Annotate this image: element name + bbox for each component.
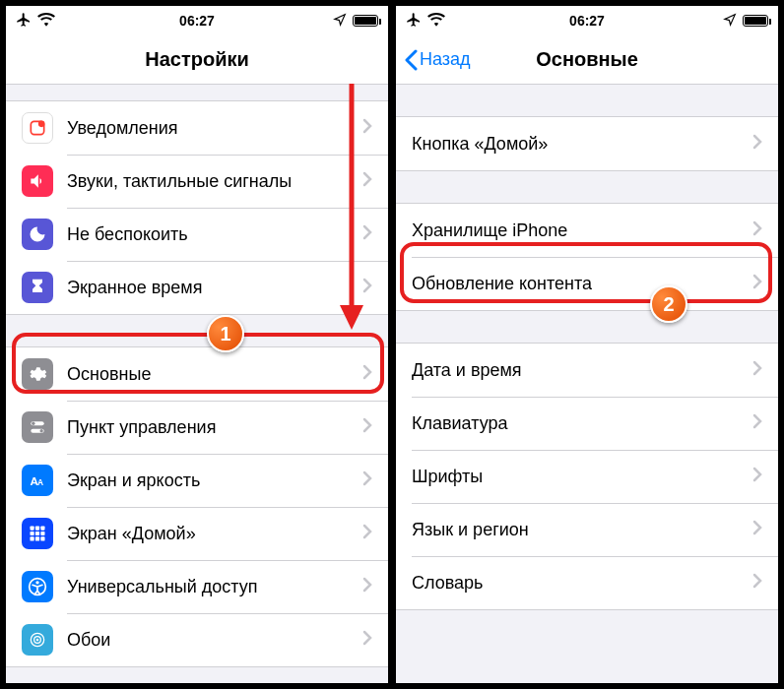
gear-icon [22,358,53,390]
airplane-mode-icon [406,12,422,31]
row-label: Универсальный доступ [67,577,362,597]
settings-group: Хранилище iPhone Обновление контента [396,203,778,311]
row-label: Шрифты [412,467,752,487]
wifi-icon [37,13,55,30]
row-home-screen[interactable]: Экран «Домой» [6,507,388,560]
chevron-right-icon [362,224,372,244]
row-label: Экранное время [67,278,362,298]
chevron-right-icon [362,171,372,191]
row-iphone-storage[interactable]: Хранилище iPhone [396,204,778,257]
svg-rect-9 [35,527,39,531]
chevron-right-icon [752,220,762,240]
svg-rect-11 [31,532,34,535]
settings-group: Основные Пункт управления AA Экран и ярк… [6,346,388,667]
status-bar: 06:27 [6,6,388,35]
battery-icon [743,15,768,27]
status-bar: 06:27 [396,6,778,35]
row-wallpaper[interactable]: Обои [6,613,388,666]
notifications-icon [22,112,53,144]
row-home-button[interactable]: Кнопка «Домой» [396,117,778,170]
svg-rect-12 [35,532,39,535]
row-label: Пункт управления [67,417,362,438]
row-label: Кнопка «Домой» [412,134,752,155]
page-title: Настройки [145,48,249,71]
row-general[interactable]: Основные [6,347,388,401]
back-label: Назад [420,49,471,70]
row-accessibility[interactable]: Универсальный доступ [6,560,388,613]
location-icon [333,13,347,30]
status-time: 06:27 [179,13,215,29]
chevron-right-icon [362,278,372,297]
svg-point-1 [38,121,45,128]
hourglass-icon [22,272,53,303]
row-screen-time[interactable]: Экранное время [6,261,388,314]
row-label: Обновление контента [412,274,752,294]
svg-rect-16 [40,536,44,540]
svg-point-5 [40,429,43,432]
page-title: Основные [536,48,638,71]
accessibility-icon [22,571,53,602]
chevron-right-icon [362,364,372,384]
chevron-right-icon [362,417,372,437]
row-do-not-disturb[interactable]: Не беспокоить [6,208,388,261]
svg-rect-10 [40,527,44,531]
chevron-right-icon [752,467,762,486]
row-language-region[interactable]: Язык и регион [396,503,778,556]
svg-rect-14 [31,536,34,540]
settings-list[interactable]: Уведомления Звуки, тактильные сигналы Не… [6,85,388,683]
row-display[interactable]: AA Экран и яркость [6,454,388,507]
row-notifications[interactable]: Уведомления [6,101,388,155]
sounds-icon [22,165,53,197]
row-keyboard[interactable]: Клавиатура [396,397,778,450]
back-button[interactable]: Назад [404,49,471,71]
svg-rect-15 [35,536,39,540]
nav-bar: Настройки [6,35,388,85]
svg-point-21 [36,639,39,642]
chevron-right-icon [752,360,762,380]
svg-text:A: A [37,477,43,487]
row-background-refresh[interactable]: Обновление контента [396,257,778,310]
chevron-right-icon [752,573,762,593]
chevron-right-icon [752,274,762,293]
row-label: Экран и яркость [67,470,362,491]
row-label: Словарь [412,573,752,594]
wallpaper-icon [22,624,53,656]
airplane-mode-icon [16,12,32,31]
row-label: Уведомления [67,118,362,139]
row-control-center[interactable]: Пункт управления [6,401,388,454]
row-label: Основные [67,364,362,385]
row-label: Хранилище iPhone [412,220,752,241]
settings-group: Уведомления Звуки, тактильные сигналы Не… [6,100,388,315]
battery-icon [353,15,378,27]
settings-group: Кнопка «Домой» [396,116,778,171]
row-date-time[interactable]: Дата и время [396,344,778,397]
general-list[interactable]: Кнопка «Домой» Хранилище iPhone Обновлен… [396,85,778,683]
row-sounds[interactable]: Звуки, тактильные сигналы [6,155,388,208]
chevron-right-icon [362,577,372,596]
chevron-right-icon [362,524,372,543]
row-label: Клавиатура [412,413,752,434]
chevron-right-icon [752,413,762,433]
row-dictionary[interactable]: Словарь [396,556,778,609]
dual-screenshot-container: 06:27 Настройки Уведомления [0,0,784,689]
chevron-right-icon [362,118,372,138]
moon-icon [22,219,53,250]
chevron-right-icon [752,134,762,154]
row-label: Не беспокоить [67,224,362,245]
row-fonts[interactable]: Шрифты [396,450,778,503]
app-grid-icon [22,518,53,549]
switches-icon [22,411,53,443]
chevron-right-icon [362,470,372,490]
phone-right: 06:27 Назад Основные Кнопка «Домой» [394,4,780,685]
svg-rect-13 [40,532,44,535]
status-time: 06:27 [569,13,605,29]
chevron-right-icon [752,520,762,539]
svg-rect-8 [31,527,34,531]
svg-point-18 [35,581,38,584]
row-label: Дата и время [412,360,752,381]
text-size-icon: AA [22,465,53,496]
row-label: Обои [67,630,362,651]
row-label: Язык и регион [412,520,752,540]
svg-point-4 [32,422,34,425]
phone-left: 06:27 Настройки Уведомления [4,4,390,685]
